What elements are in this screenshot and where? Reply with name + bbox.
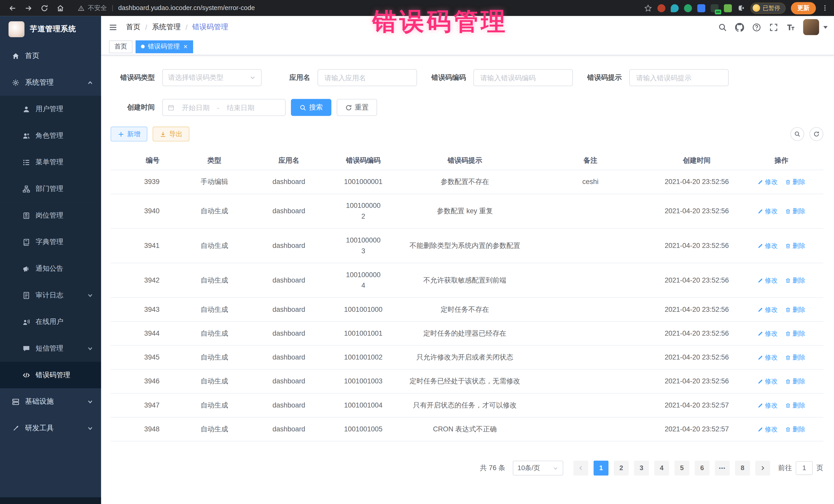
page-button[interactable]: 4 bbox=[654, 461, 669, 476]
sidebar-item[interactable]: 基础设施 bbox=[0, 388, 101, 415]
delete-link[interactable]: 删除 bbox=[785, 352, 805, 363]
extension-icon-green2[interactable] bbox=[724, 4, 732, 12]
edit-link[interactable]: 修改 bbox=[758, 352, 778, 363]
tab-error-code[interactable]: 错误码管理 × bbox=[136, 40, 193, 53]
prev-page-button[interactable] bbox=[573, 461, 588, 476]
page-button[interactable]: 1 bbox=[594, 461, 609, 476]
edit-link[interactable]: 修改 bbox=[758, 240, 778, 251]
bookmark-star-icon[interactable] bbox=[644, 4, 652, 12]
breadcrumb-home[interactable]: 首页 bbox=[126, 22, 140, 32]
error-hint-input[interactable] bbox=[629, 69, 729, 86]
page-button[interactable]: 3 bbox=[634, 461, 649, 476]
delete-link[interactable]: 删除 bbox=[785, 304, 805, 315]
browser-reload-icon[interactable] bbox=[37, 2, 51, 14]
delete-link[interactable]: 删除 bbox=[785, 424, 805, 435]
browser-forward-icon[interactable] bbox=[21, 2, 35, 14]
sidebar-toggle[interactable] bbox=[109, 23, 117, 31]
goto-page-input[interactable] bbox=[796, 461, 813, 475]
page-button[interactable]: 5 bbox=[674, 461, 689, 476]
sidebar-item[interactable]: 错误码管理 bbox=[0, 361, 101, 388]
cell-type: 自动生成 bbox=[175, 418, 254, 441]
reset-button[interactable]: 重置 bbox=[337, 99, 377, 116]
end-date-input[interactable] bbox=[221, 104, 260, 111]
cell-id: 3943 bbox=[111, 298, 175, 321]
sidebar-item[interactable]: 用户管理 bbox=[0, 96, 101, 123]
edit-link[interactable]: 修改 bbox=[758, 206, 778, 216]
browser-back-icon[interactable] bbox=[5, 2, 19, 14]
sidebar-item[interactable]: 通知公告 bbox=[0, 255, 101, 282]
sidebar-item[interactable]: 字典管理 bbox=[0, 229, 101, 255]
page-size-select[interactable]: 10条/页 bbox=[513, 461, 563, 476]
start-date-input[interactable] bbox=[177, 104, 215, 111]
delete-link[interactable]: 删除 bbox=[785, 177, 805, 187]
extension-icon-teal[interactable] bbox=[671, 4, 679, 12]
app-name-input[interactable] bbox=[317, 69, 417, 86]
avatar-caret-icon[interactable] bbox=[824, 26, 828, 28]
extension-icon-green[interactable] bbox=[684, 4, 692, 12]
help-icon[interactable] bbox=[752, 23, 761, 31]
edit-link[interactable]: 修改 bbox=[758, 177, 778, 187]
toggle-search-button[interactable] bbox=[790, 127, 804, 141]
sidebar-item[interactable]: 在线用户 bbox=[0, 308, 101, 335]
error-code-input[interactable] bbox=[474, 69, 573, 86]
sidebar-item[interactable]: 岗位管理 bbox=[0, 202, 101, 229]
delete-link[interactable]: 删除 bbox=[785, 400, 805, 411]
add-button[interactable]: 新增 bbox=[111, 127, 147, 141]
edit-link[interactable]: 修改 bbox=[758, 400, 778, 411]
search-button[interactable]: 搜索 bbox=[291, 99, 332, 116]
search-icon[interactable] bbox=[718, 23, 727, 31]
sidebar-item[interactable]: 角色管理 bbox=[0, 123, 101, 149]
edit-link[interactable]: 修改 bbox=[758, 376, 778, 387]
error-type-select[interactable]: 请选择错误码类型 bbox=[162, 69, 262, 86]
next-page-button[interactable] bbox=[755, 461, 770, 476]
cell-time: 2021-04-20 23:52:56 bbox=[654, 269, 739, 292]
github-icon[interactable] bbox=[735, 23, 744, 31]
extension-icon-proxy-on[interactable] bbox=[710, 4, 719, 12]
paused-badge[interactable]: 已暂停 bbox=[751, 2, 786, 14]
refresh-table-button[interactable] bbox=[810, 127, 824, 141]
sidebar-footer[interactable] bbox=[0, 497, 101, 504]
sidebar-item[interactable]: 系统管理 bbox=[0, 69, 101, 96]
browser-menu-icon[interactable] bbox=[821, 4, 829, 12]
delete-link[interactable]: 删除 bbox=[785, 275, 805, 286]
user-avatar[interactable] bbox=[803, 19, 819, 35]
sidebar-item[interactable]: 菜单管理 bbox=[0, 149, 101, 176]
filter-label-code: 错误码编码 bbox=[430, 73, 466, 82]
edit-link[interactable]: 修改 bbox=[758, 304, 778, 315]
date-range-picker[interactable]: - bbox=[162, 99, 286, 116]
sms-icon bbox=[22, 344, 30, 352]
sidebar-item[interactable]: 研发工具 bbox=[0, 415, 101, 442]
cell-time: 2021-04-20 23:52:57 bbox=[654, 418, 739, 441]
cell-time: 2021-04-20 23:52:56 bbox=[654, 346, 739, 369]
fullscreen-icon[interactable] bbox=[769, 23, 778, 31]
sidebar-item[interactable]: 部门管理 bbox=[0, 176, 101, 202]
edit-link[interactable]: 修改 bbox=[758, 275, 778, 286]
delete-link[interactable]: 删除 bbox=[785, 240, 805, 251]
tab-home[interactable]: 首页 bbox=[109, 40, 132, 53]
page-button[interactable]: 8 bbox=[735, 461, 750, 476]
extension-icon-blue[interactable] bbox=[697, 4, 705, 12]
page-button[interactable]: 6 bbox=[695, 461, 709, 476]
edit-link[interactable]: 修改 bbox=[758, 328, 778, 339]
browser-update-button[interactable]: 更新 bbox=[791, 2, 816, 14]
filter-label-app: 应用名 bbox=[277, 73, 310, 82]
extension-icon-red[interactable] bbox=[657, 4, 665, 12]
sidebar-item[interactable]: 首页 bbox=[0, 43, 101, 69]
page-button[interactable]: ••• bbox=[715, 461, 730, 476]
page-content: 错误码类型 请选择错误码类型 应用名 错误码编码 错误码提示 创建时间 - bbox=[101, 56, 834, 504]
edit-link[interactable]: 修改 bbox=[758, 424, 778, 435]
delete-link[interactable]: 删除 bbox=[785, 328, 805, 339]
app-logo-row[interactable]: 芋道管理系统 bbox=[0, 16, 101, 43]
page-button[interactable]: 2 bbox=[614, 461, 629, 476]
browser-home-icon[interactable] bbox=[53, 2, 67, 14]
delete-link[interactable]: 删除 bbox=[785, 376, 805, 387]
font-size-icon[interactable] bbox=[786, 23, 795, 31]
sidebar-item[interactable]: 短信管理 bbox=[0, 335, 101, 362]
delete-link[interactable]: 删除 bbox=[785, 206, 805, 216]
extensions-puzzle-icon[interactable] bbox=[737, 4, 745, 12]
breadcrumb-system[interactable]: 系统管理 bbox=[152, 22, 181, 32]
address-bar[interactable]: 不安全 | dashboard.yudao.iocoder.cn/system/… bbox=[78, 3, 255, 12]
export-button[interactable]: 导出 bbox=[153, 127, 190, 141]
sidebar-item[interactable]: 审计日志 bbox=[0, 282, 101, 309]
close-tab-icon[interactable]: × bbox=[183, 43, 188, 50]
